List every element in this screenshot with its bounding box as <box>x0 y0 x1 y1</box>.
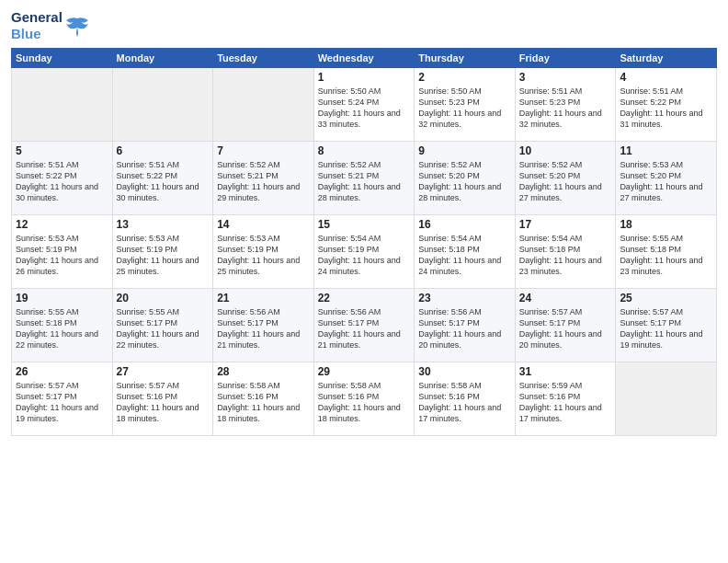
day-info: Sunrise: 5:51 AMSunset: 5:23 PMDaylight:… <box>519 86 612 131</box>
calendar-cell: 10Sunrise: 5:52 AMSunset: 5:20 PMDayligh… <box>515 142 616 215</box>
day-number: 16 <box>418 218 511 231</box>
calendar-cell: 28Sunrise: 5:58 AMSunset: 5:16 PMDayligh… <box>213 362 314 436</box>
calendar-cell <box>12 68 113 142</box>
calendar-cell: 5Sunrise: 5:51 AMSunset: 5:22 PMDaylight… <box>12 142 113 215</box>
day-info: Sunrise: 5:56 AMSunset: 5:17 PMDaylight:… <box>318 306 411 351</box>
day-number: 24 <box>519 292 612 304</box>
day-info: Sunrise: 5:54 AMSunset: 5:18 PMDaylight:… <box>418 233 511 278</box>
day-number: 15 <box>318 218 411 231</box>
calendar-cell: 24Sunrise: 5:57 AMSunset: 5:17 PMDayligh… <box>515 289 616 362</box>
day-info: Sunrise: 5:53 AMSunset: 5:19 PMDaylight:… <box>117 233 210 278</box>
day-info: Sunrise: 5:54 AMSunset: 5:18 PMDaylight:… <box>519 233 612 278</box>
logo: General Blue <box>11 9 90 42</box>
day-info: Sunrise: 5:58 AMSunset: 5:16 PMDaylight:… <box>318 380 411 425</box>
calendar-cell: 31Sunrise: 5:59 AMSunset: 5:16 PMDayligh… <box>515 362 616 436</box>
day-info: Sunrise: 5:51 AMSunset: 5:22 PMDaylight:… <box>16 159 108 204</box>
day-info: Sunrise: 5:51 AMSunset: 5:22 PMDaylight:… <box>117 159 210 204</box>
day-number: 29 <box>318 365 411 378</box>
day-number: 19 <box>16 292 108 304</box>
day-info: Sunrise: 5:55 AMSunset: 5:17 PMDaylight:… <box>117 306 210 351</box>
calendar-cell: 15Sunrise: 5:54 AMSunset: 5:19 PMDayligh… <box>313 215 415 289</box>
day-info: Sunrise: 5:57 AMSunset: 5:17 PMDaylight:… <box>620 306 712 351</box>
day-info: Sunrise: 5:53 AMSunset: 5:19 PMDaylight:… <box>217 233 310 278</box>
weekday-header: Friday <box>515 49 616 68</box>
day-number: 4 <box>620 71 712 84</box>
day-number: 28 <box>217 365 310 378</box>
day-number: 21 <box>217 292 310 304</box>
day-number: 30 <box>418 365 511 378</box>
day-number: 31 <box>519 365 612 378</box>
calendar-cell: 9Sunrise: 5:52 AMSunset: 5:20 PMDaylight… <box>415 142 516 215</box>
calendar-cell: 8Sunrise: 5:52 AMSunset: 5:21 PMDaylight… <box>313 142 415 215</box>
day-number: 3 <box>519 71 612 84</box>
logo-bird-icon <box>64 15 90 40</box>
day-info: Sunrise: 5:52 AMSunset: 5:21 PMDaylight:… <box>318 159 411 204</box>
calendar-cell: 21Sunrise: 5:56 AMSunset: 5:17 PMDayligh… <box>213 289 314 362</box>
day-info: Sunrise: 5:51 AMSunset: 5:22 PMDaylight:… <box>620 86 712 131</box>
calendar-cell: 1Sunrise: 5:50 AMSunset: 5:24 PMDaylight… <box>313 68 415 142</box>
day-number: 13 <box>117 218 210 231</box>
calendar-cell: 30Sunrise: 5:58 AMSunset: 5:16 PMDayligh… <box>415 362 516 436</box>
calendar-week-row: 26Sunrise: 5:57 AMSunset: 5:17 PMDayligh… <box>12 362 717 436</box>
day-info: Sunrise: 5:57 AMSunset: 5:17 PMDaylight:… <box>519 306 612 351</box>
day-info: Sunrise: 5:55 AMSunset: 5:18 PMDaylight:… <box>620 233 712 278</box>
day-info: Sunrise: 5:55 AMSunset: 5:18 PMDaylight:… <box>16 306 108 351</box>
day-info: Sunrise: 5:53 AMSunset: 5:19 PMDaylight:… <box>16 233 108 278</box>
calendar-cell: 17Sunrise: 5:54 AMSunset: 5:18 PMDayligh… <box>515 215 616 289</box>
page-container: General Blue SundayMondayTuesdayWednesda… <box>0 0 728 443</box>
day-number: 8 <box>318 144 411 157</box>
calendar-cell: 13Sunrise: 5:53 AMSunset: 5:19 PMDayligh… <box>112 215 213 289</box>
day-number: 14 <box>217 218 310 231</box>
calendar-cell: 22Sunrise: 5:56 AMSunset: 5:17 PMDayligh… <box>313 289 415 362</box>
calendar-cell: 25Sunrise: 5:57 AMSunset: 5:17 PMDayligh… <box>616 289 717 362</box>
day-number: 1 <box>318 71 411 84</box>
day-info: Sunrise: 5:59 AMSunset: 5:16 PMDaylight:… <box>519 380 612 425</box>
calendar-cell: 4Sunrise: 5:51 AMSunset: 5:22 PMDaylight… <box>616 68 717 142</box>
calendar-cell: 14Sunrise: 5:53 AMSunset: 5:19 PMDayligh… <box>213 215 314 289</box>
calendar-cell: 2Sunrise: 5:50 AMSunset: 5:23 PMDaylight… <box>415 68 516 142</box>
day-number: 10 <box>519 144 612 157</box>
weekday-header: Saturday <box>616 49 717 68</box>
calendar-cell: 26Sunrise: 5:57 AMSunset: 5:17 PMDayligh… <box>12 362 113 436</box>
day-number: 11 <box>620 144 712 157</box>
day-info: Sunrise: 5:53 AMSunset: 5:20 PMDaylight:… <box>620 159 712 204</box>
calendar-cell <box>213 68 314 142</box>
day-info: Sunrise: 5:58 AMSunset: 5:16 PMDaylight:… <box>217 380 310 425</box>
calendar-cell: 23Sunrise: 5:56 AMSunset: 5:17 PMDayligh… <box>415 289 516 362</box>
weekday-header: Sunday <box>12 49 113 68</box>
calendar-week-row: 5Sunrise: 5:51 AMSunset: 5:22 PMDaylight… <box>12 142 717 215</box>
day-info: Sunrise: 5:54 AMSunset: 5:19 PMDaylight:… <box>318 233 411 278</box>
weekday-header: Tuesday <box>213 49 314 68</box>
day-number: 27 <box>117 365 210 378</box>
day-number: 7 <box>217 144 310 157</box>
day-number: 22 <box>318 292 411 304</box>
calendar-cell: 18Sunrise: 5:55 AMSunset: 5:18 PMDayligh… <box>616 215 717 289</box>
day-number: 26 <box>16 365 108 378</box>
day-info: Sunrise: 5:56 AMSunset: 5:17 PMDaylight:… <box>217 306 310 351</box>
logo-general: General <box>11 9 63 25</box>
day-info: Sunrise: 5:57 AMSunset: 5:17 PMDaylight:… <box>16 380 108 425</box>
weekday-header: Wednesday <box>313 49 415 68</box>
calendar-table: SundayMondayTuesdayWednesdayThursdayFrid… <box>11 48 717 436</box>
calendar-week-row: 1Sunrise: 5:50 AMSunset: 5:24 PMDaylight… <box>12 68 717 142</box>
page-header: General Blue <box>11 9 717 42</box>
day-info: Sunrise: 5:52 AMSunset: 5:21 PMDaylight:… <box>217 159 310 204</box>
day-number: 17 <box>519 218 612 231</box>
calendar-cell <box>112 68 213 142</box>
weekday-header: Monday <box>112 49 213 68</box>
calendar-cell: 7Sunrise: 5:52 AMSunset: 5:21 PMDaylight… <box>213 142 314 215</box>
logo-blue: Blue <box>11 26 41 41</box>
day-info: Sunrise: 5:52 AMSunset: 5:20 PMDaylight:… <box>418 159 511 204</box>
calendar-week-row: 19Sunrise: 5:55 AMSunset: 5:18 PMDayligh… <box>12 289 717 362</box>
calendar-cell: 6Sunrise: 5:51 AMSunset: 5:22 PMDaylight… <box>112 142 213 215</box>
calendar-cell: 27Sunrise: 5:57 AMSunset: 5:16 PMDayligh… <box>112 362 213 436</box>
calendar-cell: 19Sunrise: 5:55 AMSunset: 5:18 PMDayligh… <box>12 289 113 362</box>
calendar-header-row: SundayMondayTuesdayWednesdayThursdayFrid… <box>12 49 717 68</box>
calendar-cell: 12Sunrise: 5:53 AMSunset: 5:19 PMDayligh… <box>12 215 113 289</box>
day-number: 25 <box>620 292 712 304</box>
day-number: 5 <box>16 144 108 157</box>
day-info: Sunrise: 5:52 AMSunset: 5:20 PMDaylight:… <box>519 159 612 204</box>
day-number: 6 <box>117 144 210 157</box>
day-number: 9 <box>418 144 511 157</box>
weekday-header: Thursday <box>415 49 516 68</box>
